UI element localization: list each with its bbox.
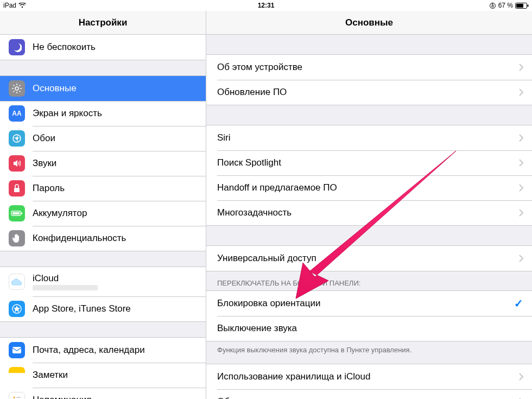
side-switch-header: ПЕРЕКЛЮЧАТЕЛЬ НА БОКОВОЙ ПАНЕЛИ: [206, 271, 532, 290]
icloud-icon [9, 274, 25, 290]
sidebar-item-battery[interactable]: Аккумулятор [0, 201, 206, 226]
battery-icon [515, 3, 529, 9]
icloud-account [33, 285, 98, 290]
row-multitasking[interactable]: Многозадачность [206, 200, 532, 225]
sidebar-item-label: Обои [33, 133, 197, 144]
sidebar-item-label: Конфиденциальность [33, 233, 197, 244]
status-time: 12:31 [258, 2, 275, 9]
chevron-right-icon [519, 88, 523, 96]
chevron-right-icon [519, 184, 523, 192]
sidebar-item-label: iCloud [33, 273, 197, 284]
row-about[interactable]: Об этом устройстве [206, 55, 532, 80]
chevron-right-icon [519, 159, 523, 167]
sidebar-item-icloud[interactable]: iCloud [0, 267, 206, 296]
sidebar: Настройки Не беспокоить Основные [0, 11, 206, 399]
row-spotlight[interactable]: Поиск Spotlight [206, 150, 532, 175]
checkmark-icon: ✓ [514, 297, 523, 310]
wallpaper-icon [9, 130, 25, 147]
sidebar-item-label: Не беспокоить [33, 42, 197, 53]
sidebar-item-notes[interactable]: Заметки [0, 363, 206, 388]
sidebar-item-wallpaper[interactable]: Обои [0, 126, 206, 151]
sidebar-item-reminders[interactable]: Напоминания [0, 388, 206, 399]
hand-icon [9, 230, 25, 246]
status-left: iPad [3, 2, 26, 9]
row-handoff[interactable]: Handoff и предлагаемое ПО [206, 175, 532, 200]
status-right: 67 % [489, 2, 529, 9]
sidebar-item-label: Звуки [33, 158, 197, 169]
svg-rect-12 [12, 347, 21, 353]
sidebar-item-passcode[interactable]: Пароль [0, 176, 206, 201]
battery-app-icon [9, 205, 25, 221]
sidebar-item-label: Заметки [33, 370, 197, 381]
sidebar-item-dnd[interactable]: Не беспокоить [0, 35, 206, 60]
sidebar-item-label: Экран и яркость [33, 108, 197, 119]
sidebar-item-label: Напоминания [33, 395, 197, 399]
gear-icon [9, 80, 25, 97]
row-background-refresh[interactable]: Обновление контента [206, 389, 532, 399]
svg-rect-3 [528, 4, 529, 7]
detail-title: Основные [206, 11, 532, 35]
svg-rect-2 [516, 4, 523, 8]
row-storage[interactable]: Использование хранилища и iCloud [206, 364, 532, 389]
rotation-lock-icon [489, 2, 496, 9]
device-label: iPad [3, 2, 16, 9]
detail-panel: Основные Об этом устройстве Обновление П… [206, 11, 532, 399]
sidebar-item-label: Основные [33, 83, 197, 94]
sidebar-item-appstore[interactable]: App Store, iTunes Store [0, 296, 206, 321]
sidebar-item-mail[interactable]: Почта, адреса, календари [0, 338, 206, 363]
side-switch-footer: Функция выключения звука доступна в Пунк… [206, 341, 532, 357]
chevron-right-icon [519, 134, 523, 142]
chevron-right-icon [519, 255, 523, 262]
row-siri[interactable]: Siri [206, 125, 532, 150]
mail-icon [9, 342, 25, 358]
row-mute[interactable]: Выключение звука [206, 316, 532, 341]
sidebar-item-privacy[interactable]: Конфиденциальность [0, 226, 206, 251]
svg-rect-7 [14, 188, 20, 192]
speaker-icon [9, 155, 25, 172]
svg-rect-10 [21, 212, 22, 214]
row-lock-rotation[interactable]: Блокировка ориентации ✓ [206, 291, 532, 316]
svg-rect-9 [12, 212, 20, 214]
lock-icon [9, 180, 25, 197]
row-accessibility[interactable]: Универсальный доступ [206, 246, 532, 271]
svg-point-13 [14, 397, 15, 398]
sidebar-item-label: Пароль [33, 183, 197, 194]
sidebar-item-sounds[interactable]: Звуки [0, 151, 206, 176]
chevron-right-icon [519, 64, 523, 71]
sidebar-item-label: Почта, адреса, календари [33, 345, 197, 356]
reminders-icon [9, 392, 25, 399]
moon-icon [9, 39, 25, 55]
status-bar: iPad 12:31 67 % [0, 0, 532, 11]
chevron-right-icon [519, 373, 523, 381]
sidebar-item-label: App Store, iTunes Store [33, 303, 197, 314]
sidebar-item-general[interactable]: Основные [0, 76, 206, 101]
appstore-icon [9, 301, 25, 317]
wifi-icon [18, 3, 26, 8]
row-software-update[interactable]: Обновление ПО [206, 80, 532, 105]
battery-pct: 67 % [498, 2, 513, 9]
svg-point-4 [15, 87, 18, 90]
chevron-right-icon [519, 209, 523, 217]
display-icon: AA [9, 105, 25, 122]
sidebar-title: Настройки [0, 11, 206, 35]
sidebar-item-display[interactable]: AA Экран и яркость [0, 101, 206, 126]
notes-icon [9, 367, 25, 383]
sidebar-item-label: Аккумулятор [33, 208, 197, 219]
